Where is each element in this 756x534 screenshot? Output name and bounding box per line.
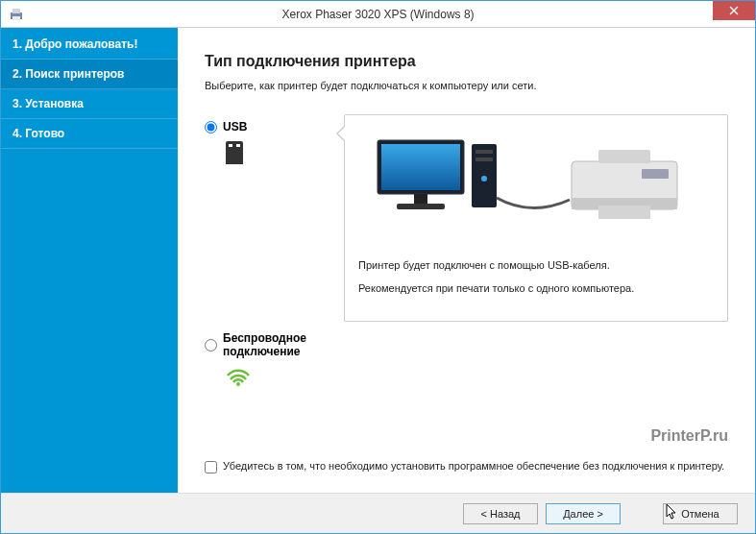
step-welcome[interactable]: 1. Добро пожаловать!	[1, 30, 178, 60]
svg-rect-6	[381, 144, 460, 190]
back-button[interactable]: < Назад	[463, 503, 538, 524]
installer-window: Xerox Phaser 3020 XPS (Windows 8) 1. Доб…	[0, 0, 756, 534]
svg-rect-10	[476, 150, 493, 154]
content-area: 1. Добро пожаловать! 2. Поиск принтеров …	[1, 28, 755, 493]
radio-wireless-input[interactable]	[205, 339, 217, 352]
radio-wireless[interactable]: Беспроводное подключение	[205, 331, 344, 358]
offline-install-checkbox-input[interactable]	[205, 461, 217, 473]
svg-point-12	[481, 176, 487, 182]
offline-install-checkbox[interactable]: Убедитесь в том, что необходимо установи…	[205, 460, 728, 473]
usb-illustration	[358, 131, 714, 236]
window-title: Xerox Phaser 3020 XPS (Windows 8)	[281, 8, 474, 21]
usb-icon	[226, 141, 243, 164]
step-search-printers[interactable]: 2. Поиск принтеров	[1, 60, 178, 89]
usb-desc-line2: Рекомендуется при печати только с одного…	[358, 282, 714, 294]
close-icon	[729, 6, 739, 15]
next-button[interactable]: Далее >	[546, 503, 621, 524]
connection-options: USB	[205, 120, 728, 390]
option-usb-row: USB	[205, 120, 728, 322]
steps-sidebar: 1. Добро пожаловать! 2. Поиск принтеров …	[1, 28, 178, 493]
svg-rect-11	[476, 158, 493, 161]
page-heading: Тип подключения принтера	[205, 53, 728, 70]
wifi-icon	[226, 366, 251, 390]
svg-rect-7	[414, 194, 427, 204]
offline-install-label: Убедитесь в том, что необходимо установи…	[223, 460, 724, 472]
svg-rect-15	[598, 150, 650, 163]
watermark: PrinterP.ru	[650, 427, 728, 445]
app-icon	[9, 7, 24, 22]
svg-rect-2	[12, 16, 20, 20]
radio-usb-input[interactable]	[205, 121, 217, 134]
svg-rect-8	[397, 204, 445, 209]
page-subheading: Выберите, как принтер будет подключаться…	[205, 80, 728, 91]
usb-detail-panel: Принтер будет подключен с помощью USB-ка…	[344, 114, 728, 322]
step-install[interactable]: 3. Установка	[1, 89, 178, 119]
option-wireless-row: Беспроводное подключение	[205, 331, 728, 390]
svg-rect-17	[598, 206, 650, 219]
svg-point-18	[236, 382, 240, 386]
close-button[interactable]	[713, 1, 755, 20]
option-wireless: Беспроводное подключение	[205, 331, 344, 390]
titlebar: Xerox Phaser 3020 XPS (Windows 8)	[1, 1, 755, 28]
svg-rect-16	[642, 169, 669, 179]
radio-usb-label: USB	[223, 120, 247, 134]
main-panel: Тип подключения принтера Выберите, как п…	[178, 28, 755, 493]
option-usb: USB	[205, 120, 344, 164]
radio-usb[interactable]: USB	[205, 120, 247, 134]
step-done[interactable]: 4. Готово	[1, 119, 178, 149]
footer-buttons: < Назад Далее > Отмена	[1, 493, 755, 533]
cancel-button[interactable]: Отмена	[663, 503, 738, 524]
usb-desc-line1: Принтер будет подключен с помощью USB-ка…	[358, 259, 714, 271]
svg-rect-1	[12, 9, 20, 13]
radio-wireless-label: Беспроводное подключение	[223, 331, 344, 358]
